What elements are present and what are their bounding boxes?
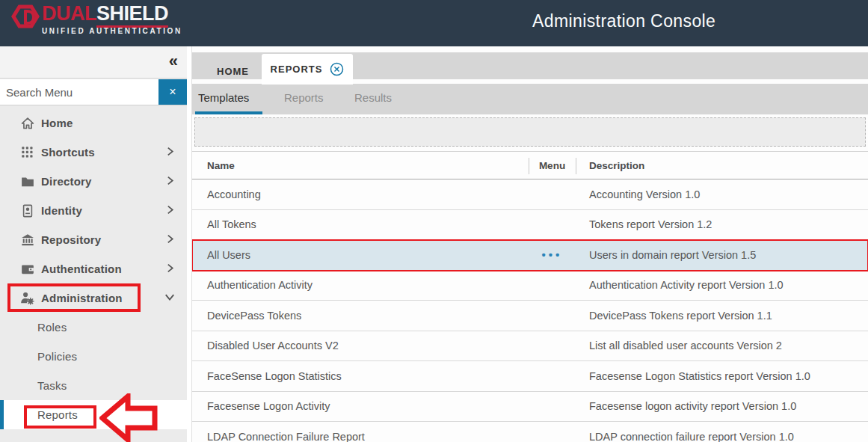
brand-name: DUALSHIELD (42, 2, 182, 25)
sidebar-collapse-bar: « (0, 46, 187, 79)
grid-icon (20, 145, 34, 159)
sidebar-menu: Home Shortcuts Directory Identity Reposi… (0, 108, 187, 429)
templates-table: Name Menu Description Accounting Account… (192, 151, 868, 442)
row-description: DevicePass Tokens report Version 1.1 (576, 310, 868, 322)
tab-reports[interactable]: REPORTS (262, 54, 353, 85)
row-description: Authentication Activity report Version 1… (576, 279, 868, 291)
sidebar-item-shortcuts[interactable]: Shortcuts (0, 138, 187, 167)
chevron-right-icon (165, 146, 175, 159)
row-description: Facesense Logon Statistics report Versio… (576, 370, 868, 382)
chevron-right-icon (165, 175, 175, 188)
chevron-down-icon (164, 292, 175, 305)
chevron-right-icon (165, 263, 175, 276)
table-row-all-tokens[interactable]: All Tokens Tokens report Version 1.2 (192, 210, 868, 241)
row-name: All Users (192, 249, 529, 261)
wallet-icon (20, 262, 34, 276)
table-row-authentication-activity[interactable]: Authentication Activity Authentication A… (192, 271, 868, 301)
sidebar-item-tasks[interactable]: Tasks (0, 371, 187, 400)
sidebar-item-policies[interactable]: Policies (0, 342, 187, 371)
tab-home[interactable]: HOME (217, 66, 249, 77)
id-card-icon (20, 203, 34, 218)
table-row-accounting[interactable]: Accounting Accounting Version 1.0 (192, 179, 868, 210)
row-name: DevicePass Tokens (192, 310, 529, 322)
bank-icon (20, 233, 34, 247)
row-name: FaceSense Logon Statistics (192, 370, 529, 382)
sidebar-item-reports[interactable]: Reports (0, 400, 187, 429)
subtab-templates[interactable]: Templates (198, 91, 249, 104)
table-body: Accounting Accounting Version 1.0 All To… (192, 179, 868, 442)
table-row-ldap-connection-failure-report[interactable]: LDAP Connection Failure Report LDAP conn… (192, 422, 868, 442)
row-description: Tokens report Version 1.2 (576, 218, 868, 230)
sidebar-item-directory[interactable]: Directory (0, 167, 187, 196)
table-header: Name Menu Description (192, 151, 868, 179)
column-header-description[interactable]: Description (589, 160, 644, 171)
column-header-menu[interactable]: Menu (529, 160, 576, 171)
sidebar-content-divider (187, 46, 192, 442)
row-name: Facesense Logon Activity (192, 400, 529, 412)
dualshield-logo: DUALSHIELD UNIFIED AUTHENTICATION (9, 2, 182, 43)
table-row-facesense-logon-activity[interactable]: Facesense Logon Activity Facesense logon… (192, 392, 868, 423)
row-actions-menu-icon[interactable]: ••• (542, 251, 563, 259)
sidebar-item-repository[interactable]: Repository (0, 225, 187, 254)
brand-name-shield: SHIELD (96, 2, 168, 28)
column-header-name[interactable]: Name (207, 160, 235, 171)
column-divider (576, 158, 576, 174)
row-name: Disabled User Accounts V2 (192, 340, 529, 352)
row-menu-cell: ••• (529, 248, 576, 262)
active-subtab-underline (195, 111, 262, 114)
search-clear-button[interactable]: × (158, 79, 187, 105)
table-row-facesense-logon-statistics[interactable]: FaceSense Logon Statistics Facesense Log… (192, 361, 868, 392)
row-description: Users in domain report Version 1.5 (576, 249, 868, 261)
table-row-devicepass-tokens[interactable]: DevicePass Tokens DevicePass Tokens repo… (192, 301, 868, 331)
row-name: All Tokens (192, 218, 529, 230)
close-tab-icon[interactable] (330, 62, 344, 76)
chevron-right-icon (165, 233, 175, 247)
row-description: List all disabled user accounts Version … (576, 340, 868, 352)
user-gear-icon (20, 291, 34, 305)
tab-reports-label: REPORTS (271, 64, 323, 75)
sidebar-item-administration[interactable]: Administration (0, 283, 187, 313)
row-name: LDAP Connection Failure Report (192, 431, 529, 442)
sidebar-item-authentication[interactable]: Authentication (0, 254, 187, 283)
sidebar: « × Home Shortcuts Directory Identity Re… (0, 46, 187, 442)
administration-console-window: DUALSHIELD UNIFIED AUTHENTICATION Admini… (0, 0, 868, 442)
sidebar-item-roles[interactable]: Roles (0, 313, 187, 342)
collapse-sidebar-icon[interactable]: « (169, 52, 178, 71)
page-title: Administration Console (532, 11, 715, 31)
subtab-reports[interactable]: Reports (284, 91, 324, 104)
brand-name-dual: DUAL (42, 2, 96, 25)
subtab-results[interactable]: Results (354, 91, 392, 104)
row-description: LDAP connection failure report Version 1… (576, 431, 868, 442)
sidebar-item-identity[interactable]: Identity (0, 196, 187, 225)
row-description: Accounting Version 1.0 (576, 188, 868, 200)
row-name: Accounting (192, 188, 529, 200)
brand-tagline: UNIFIED AUTHENTICATION (42, 27, 182, 35)
row-name: Authentication Activity (192, 279, 529, 291)
search-menu-input[interactable] (0, 79, 158, 105)
chevron-right-icon (165, 204, 175, 218)
row-description: Facesense logon activity report Version … (576, 400, 868, 412)
table-row-disabled-user-accounts-v2[interactable]: Disabled User Accounts V2 List all disab… (192, 331, 868, 362)
filter-dropzone (194, 117, 866, 147)
table-row-all-users[interactable]: All Users ••• Users in domain report Ver… (192, 240, 868, 271)
folder-icon (20, 174, 34, 188)
sidebar-search-row: × (0, 79, 187, 105)
subtabbar: Templates Reports Results (192, 84, 868, 114)
main-content: HOME REPORTS Templates Reports Results N… (192, 46, 868, 442)
app-header: DUALSHIELD UNIFIED AUTHENTICATION Admini… (0, 0, 868, 46)
home-icon (20, 116, 34, 130)
sidebar-item-home[interactable]: Home (0, 108, 187, 138)
